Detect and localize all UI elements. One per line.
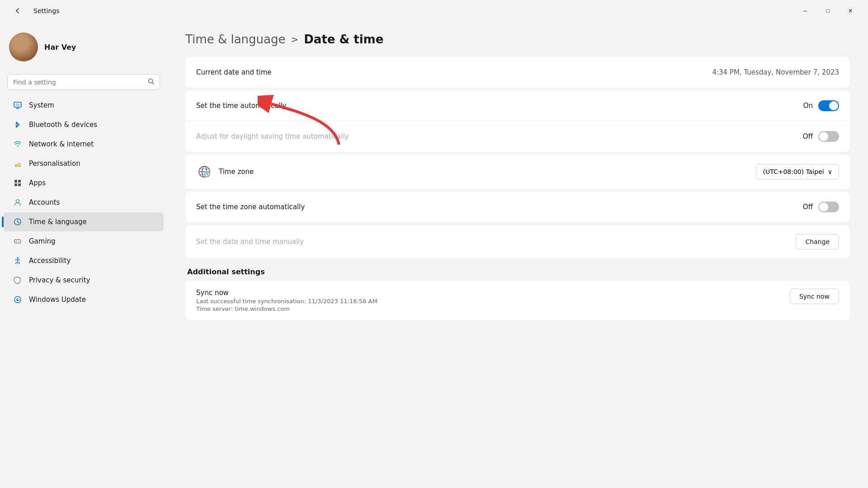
sidebar-item-update[interactable]: Windows Update (4, 290, 164, 309)
chevron-down-icon: ∨ (828, 168, 832, 175)
current-time-row: Current date and time 4:34 PM, Tuesday, … (185, 57, 850, 88)
time-icon (13, 217, 23, 227)
app-body: Har Vey (0, 22, 868, 488)
sidebar-item-accounts[interactable]: Accounts (4, 193, 164, 212)
svg-point-16 (19, 241, 19, 242)
set-time-auto-row: Set the time automatically On (185, 90, 850, 121)
set-time-auto-right: On (803, 100, 839, 111)
set-timezone-auto-right: Off (803, 202, 839, 212)
accounts-icon (13, 197, 23, 207)
svg-rect-8 (18, 180, 21, 183)
set-time-auto-toggle[interactable] (818, 100, 839, 111)
system-icon (13, 100, 23, 110)
close-button[interactable]: ✕ (840, 4, 861, 18)
set-time-auto-label: Set the time automatically (196, 102, 287, 110)
back-button[interactable] (7, 4, 28, 18)
set-timezone-auto-toggle[interactable] (818, 202, 839, 212)
daylight-state: Off (803, 132, 813, 141)
window-controls: ─ □ ✕ (795, 4, 861, 18)
content-wrapper: Time & language > Date & time Current da… (185, 33, 850, 320)
toggle-thumb (829, 101, 838, 110)
network-icon (13, 139, 23, 149)
breadcrumb: Time & language > Date & time (185, 33, 850, 46)
breadcrumb-current: Date & time (304, 33, 383, 46)
sidebar-item-time[interactable]: Time & language (4, 212, 164, 231)
daylight-label: Adjust for daylight saving time automati… (196, 132, 349, 141)
sidebar-item-personalisation[interactable]: Personalisation (4, 154, 164, 173)
sidebar-item-accessibility-label: Accessibility (29, 257, 71, 265)
sidebar-item-system-label: System (29, 101, 54, 109)
svg-rect-13 (14, 239, 21, 243)
current-time-label: Current date and time (196, 68, 272, 76)
sync-button[interactable]: Sync now (790, 289, 839, 304)
privacy-icon (13, 275, 23, 285)
sidebar-item-bluetooth-label: Bluetooth & devices (29, 121, 97, 129)
main-content: Time & language > Date & time Current da… (167, 22, 868, 488)
svg-rect-10 (18, 183, 21, 186)
apps-icon (13, 178, 23, 188)
timezone-dropdown[interactable]: (UTC+08:00) Taipei ∨ (756, 164, 839, 179)
sidebar-item-apps[interactable]: Apps (4, 174, 164, 192)
svg-rect-7 (14, 180, 17, 183)
minimize-button[interactable]: ─ (795, 4, 816, 18)
app-title: Settings (33, 7, 59, 14)
sidebar-item-personalisation-label: Personalisation (29, 160, 80, 168)
timezone-icon (196, 164, 212, 180)
additional-settings-title: Additional settings (185, 267, 850, 276)
manual-time-label: Set the date and time manually (196, 238, 304, 246)
timezone-right: (UTC+08:00) Taipei ∨ (756, 164, 839, 179)
svg-point-11 (16, 200, 19, 203)
accessibility-icon (13, 256, 23, 266)
manual-time-row: Set the date and time manually Change (185, 225, 850, 258)
sidebar-item-system[interactable]: System (4, 96, 164, 115)
sidebar-item-time-label: Time & language (29, 218, 87, 226)
user-section[interactable]: Har Vey (0, 25, 167, 69)
breadcrumb-parent[interactable]: Time & language (185, 33, 285, 46)
svg-point-6 (17, 145, 19, 147)
sync-info: Sync now Last successful time synchronis… (196, 289, 377, 312)
set-timezone-auto-label: Set the time zone automatically (196, 203, 305, 211)
daylight-row: Adjust for daylight saving time automati… (185, 121, 850, 152)
toggle-thumb-3 (819, 202, 828, 211)
set-time-auto-state: On (803, 102, 813, 110)
sidebar-item-privacy[interactable]: Privacy & security (4, 271, 164, 290)
sidebar-item-network[interactable]: Network & internet (4, 135, 164, 154)
current-time-value: 4:34 PM, Tuesday, November 7, 2023 (712, 68, 839, 76)
breadcrumb-separator: > (291, 34, 298, 45)
svg-rect-5 (15, 103, 20, 106)
sync-subtitle2: Time server: time.windows.com (196, 305, 377, 312)
search-input[interactable] (13, 79, 143, 86)
sidebar-item-network-label: Network & internet (29, 140, 94, 148)
manual-time-right: Change (796, 234, 839, 249)
sidebar: Har Vey (0, 22, 167, 488)
titlebar-left: Settings (7, 4, 59, 18)
search-box[interactable] (7, 74, 160, 90)
sidebar-item-gaming[interactable]: Gaming (4, 232, 164, 251)
manual-time-card: Set the date and time manually Change (185, 225, 850, 258)
auto-time-card: Set the time automatically On Adjust for… (185, 90, 850, 152)
sync-title: Sync now (196, 289, 377, 297)
toggle-thumb-2 (819, 132, 828, 141)
sidebar-item-gaming-label: Gaming (29, 237, 56, 245)
sidebar-item-accessibility[interactable]: Accessibility (4, 251, 164, 270)
sidebar-item-bluetooth[interactable]: Bluetooth & devices (4, 115, 164, 134)
svg-rect-9 (14, 183, 17, 186)
maximize-button[interactable]: □ (817, 4, 838, 18)
user-name: Har Vey (44, 43, 76, 52)
bluetooth-icon (13, 120, 23, 130)
set-timezone-auto-state: Off (803, 203, 813, 211)
update-icon (13, 295, 23, 305)
set-timezone-auto-row: Set the time zone automatically Off (185, 192, 850, 222)
timezone-label: Time zone (219, 168, 254, 176)
current-time-card: Current date and time 4:34 PM, Tuesday, … (185, 57, 850, 88)
sidebar-item-update-label: Windows Update (29, 296, 86, 304)
sync-row: Sync now Last successful time synchronis… (185, 281, 850, 320)
timezone-value: (UTC+08:00) Taipei (763, 168, 824, 175)
change-button[interactable]: Change (796, 234, 839, 249)
daylight-right: Off (803, 131, 839, 142)
daylight-toggle[interactable] (818, 131, 839, 142)
sidebar-item-privacy-label: Privacy & security (29, 276, 90, 284)
nav-list: System Bluetooth & devices (0, 95, 167, 310)
gaming-icon (13, 236, 23, 246)
sync-subtitle: Last successful time synchronisation: 11… (196, 298, 377, 305)
